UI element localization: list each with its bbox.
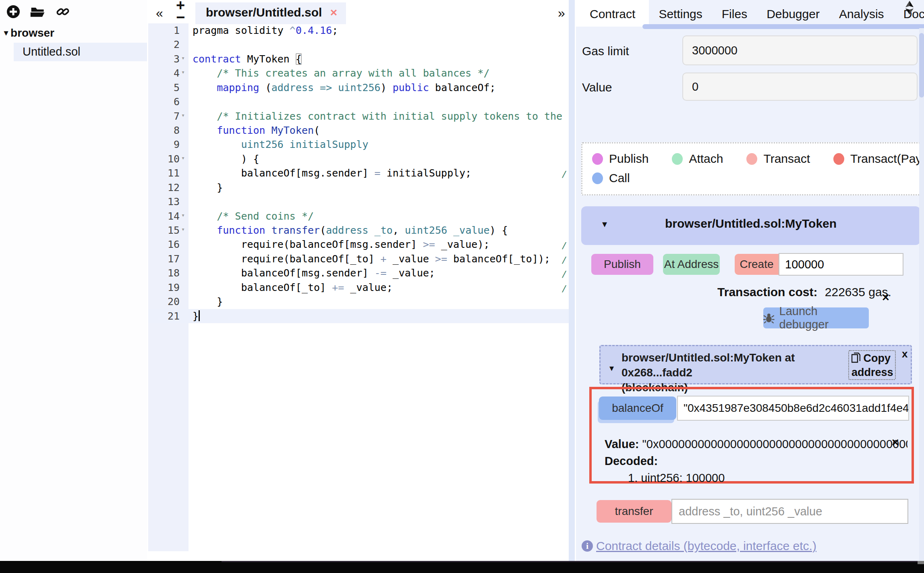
text-caret [199,310,200,321]
contract-name: browser/Untitled.sol:MyToken [581,217,920,230]
copy-icon [851,353,860,363]
code-fold-icon[interactable]: ▾ [181,151,185,165]
code-line-11[interactable]: 11 balanceOf[msg.sender] = initialSupply… [148,166,569,180]
instance-close-icon[interactable]: x [902,348,907,360]
gas-limit-input[interactable]: 3000000 [682,35,918,65]
copy-address-button[interactable]: Copy address [848,350,896,380]
code-line-18[interactable]: 18 balanceOf[msg.sender] -= _value;/ [148,266,569,280]
code-line-12[interactable]: 12 } [148,181,569,195]
code-line-3[interactable]: 3▾contract MyToken { [148,52,569,66]
create-button[interactable]: Create [735,254,779,275]
code-editor[interactable]: « + − browser/Untitled.sol × 1pragma sol… [147,0,576,561]
line-number: 21 [148,309,180,323]
resize-corner[interactable] [918,561,924,564]
contract-details-link[interactable]: i Contract details (bytecode, interface … [582,539,816,553]
code-line-8[interactable]: 8 function MyToken( [148,123,569,137]
call-result-box: balanceOf "0x4351987e308450b8e6d2c46031a… [589,387,914,484]
at-address-button[interactable]: At Address [663,254,720,275]
line-number: 12 [148,181,180,195]
code-line-15[interactable]: 15▾ function transfer(address _to, uint2… [148,223,569,237]
code-line-13[interactable]: 13 [148,195,569,209]
line-number: 11 [148,166,180,180]
action-color-legend: PublishAttachTransactTransact(Payable)Ca… [581,142,920,195]
line-number: 16 [148,237,180,251]
panel-scrollbar-thumb[interactable] [919,33,924,98]
code-line-19[interactable]: 19 balanceOf[_to] += _value;/ [148,280,569,295]
balanceof-call-button[interactable]: balanceOf [599,397,676,420]
open-folder-icon[interactable] [30,4,46,19]
expand-right-panel-icon[interactable]: » [558,6,565,21]
transfer-call-button[interactable]: transfer [597,500,671,523]
code-text: ) { [193,152,259,166]
code-line-6[interactable]: 6 [148,95,569,109]
transaction-cost-label: Transaction cost: [717,285,817,299]
editor-scrollbar[interactable] [569,0,575,561]
panel-tab-debugger[interactable]: Debugger [757,0,829,27]
contract-select-header[interactable]: ▾ browser/Untitled.sol:MyToken [581,206,920,245]
panel-tab-settings[interactable]: Settings [649,0,712,27]
line-number: 19 [148,280,180,295]
code-line-5[interactable]: 5 mapping (address => uint256) public ba… [148,81,569,95]
code-text: balanceOf[msg.sender] -= _value; [193,266,435,280]
legend-dot-icon [833,153,844,165]
chevron-down-icon[interactable]: ▾ [609,363,614,374]
code-fold-icon[interactable]: ▾ [181,108,185,122]
line-number: 7 [148,109,180,123]
publish-button[interactable]: Publish [591,254,653,275]
code-line-7[interactable]: 7▾ /* Initializes contract with initial … [148,109,569,123]
launch-debugger-button[interactable]: Launch debugger [763,307,869,328]
code-text: } [193,309,200,323]
code-fold-icon[interactable]: ▾ [181,51,185,65]
code-line-14[interactable]: 14▾ /* Send coins */ [148,209,569,223]
line-number: 1 [148,23,180,37]
legend-item-call: Call [592,171,630,185]
tab-bar-scrollbar[interactable] [642,24,924,29]
line-number: 2 [148,37,180,52]
code-text: function transfer(address _to, uint256 _… [193,223,508,237]
info-icon: i [582,540,593,552]
contract-details-link-text[interactable]: Contract details (bytecode, interface et… [596,539,816,553]
balanceof-args-input[interactable]: "0x4351987e308450b8e6d2c46031add1f4e4a4f… [677,396,909,421]
code-text: /* Initializes contract with initial sup… [193,109,576,123]
code-text: uint256 initialSupply [193,137,369,152]
publish-gist-link-icon[interactable] [55,4,71,19]
bug-icon [763,312,775,324]
terminal-bar[interactable] [0,561,924,573]
panel-tab-contract[interactable]: Contract [576,0,649,27]
code-fold-icon[interactable]: ▾ [181,65,185,79]
transfer-args-input[interactable]: address _to, uint256 _value [671,499,908,524]
new-file-icon[interactable] [6,4,22,19]
code-line-21[interactable]: 21} [148,309,569,323]
line-number: 17 [148,252,180,266]
line-number: 18 [148,266,180,280]
code-text: require(balanceOf[msg.sender] >= _value)… [193,237,490,251]
code-lines[interactable]: 1pragma solidity ^0.4.16;23▾contract MyT… [147,0,576,561]
code-text: /* Send coins */ [193,209,314,223]
panel-tab-bar: ContractSettingsFilesDebuggerAnalysisDoc… [576,0,924,27]
panel-tab-files[interactable]: Files [712,0,757,27]
create-args-input[interactable]: 100000 [779,253,903,276]
code-line-9[interactable]: 9 uint256 initialSupply [148,137,569,152]
code-text: contract MyToken { [193,52,302,66]
code-fold-icon[interactable]: ▾ [181,222,185,237]
code-line-17[interactable]: 17 require(balanceOf[_to] + _value >= ba… [148,252,569,266]
value-input[interactable]: 0 [682,73,918,101]
line-number: 6 [148,95,180,109]
deployed-contract-instance: ▾ browser/Untitled.sol:MyToken at 0x268.… [599,345,912,384]
panel-tab-analysis[interactable]: Analysis [829,0,894,27]
code-line-10[interactable]: 10▾ ) { [148,152,569,166]
clipped-comment-fragment: / [562,167,567,181]
launch-debugger-label: Launch debugger [779,305,869,331]
panel-scrollbar[interactable] [919,28,924,561]
code-line-1[interactable]: 1pragma solidity ^0.4.16; [148,23,569,37]
code-line-16[interactable]: 16 require(balanceOf[msg.sender] >= _val… [148,237,569,251]
remix-ide-window: ▾browser Untitled.sol « + − browser/Unti… [0,0,924,573]
code-line-20[interactable]: 20 } [148,295,569,309]
file-item-untitled-sol[interactable]: Untitled.sol [14,43,147,61]
line-number: 4 [148,66,180,80]
legend-dot-icon [746,153,757,165]
code-line-2[interactable]: 2 [148,37,569,52]
tree-root-browser[interactable]: ▾browser [4,27,54,39]
code-line-4[interactable]: 4▾ /* This creates an array with all bal… [148,66,569,80]
code-fold-icon[interactable]: ▾ [181,208,185,222]
